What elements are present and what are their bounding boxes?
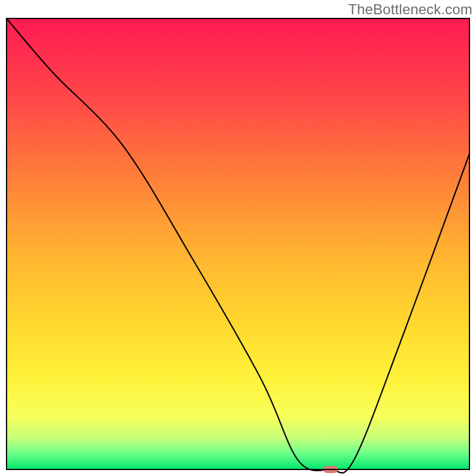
plot-background (7, 18, 469, 469)
watermark-text: TheBottleneck.com (348, 1, 472, 18)
chart-container: TheBottleneck.com (0, 0, 476, 476)
bottleneck-chart (0, 0, 476, 476)
